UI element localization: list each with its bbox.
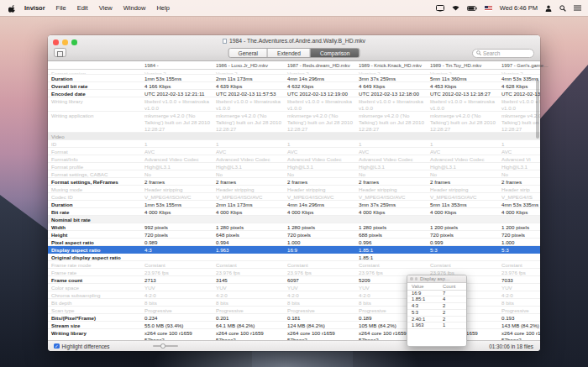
table-row[interactable]: Format settings, ReFrames2 frames2 frame… [48,178,540,186]
popover-row[interactable]: 1.85:14 [407,296,466,303]
table-row[interactable]: Muxing modeHeader strippingHeader stripp… [48,186,540,193]
table-row[interactable]: Codec IDV_MPEG4/ISO/AVCV_MPEG4/ISO/AVCV_… [48,193,540,201]
cell: 720 pixels [284,231,355,238]
search-field[interactable]: Search [472,49,534,58]
cell [141,216,213,223]
tab-general[interactable]: General [229,49,268,57]
table-row[interactable]: Overall bit rate4 166 Kbps4 639 Kbps4 63… [48,82,540,90]
size-slider[interactable] [153,345,178,347]
table-row[interactable]: Encoded dateUTC 2012-02-13 12:21:11UTC 2… [48,90,540,97]
table-row[interactable]: Format settings, CABACNoNoNoNoNoNo [48,170,540,178]
table-row[interactable]: Format/InfoAdvanced Video CodecAdvanced … [48,155,540,163]
tab-extended[interactable]: Extended [268,49,311,57]
table-row[interactable]: Pixel aspect ratio0.9890.9941.0000.9960.… [48,239,540,246]
table-header: 1984 - The.Adventures.of.An…1986 - Luxo.… [48,61,540,70]
column-header-6[interactable]: 1997 - Geri's.game… [498,61,570,69]
cell: High@L3.1 [427,163,498,170]
cell: V_MPEG4/ISO/AVC [427,193,498,200]
cell: UTC 2012-02-13 11:57:53 [213,90,284,97]
cell: x264 core 100 r1659 57baac2 [141,330,213,340]
cell: 4 649 Kbps [355,82,427,89]
cell: 720 pixels [427,231,498,238]
row-label: Writing library [48,98,141,111]
cell: AVC [355,148,427,155]
menu-window[interactable]: Window [123,4,146,12]
apple-menu-icon[interactable] [8,4,16,13]
menu-help[interactable]: Help [156,4,169,12]
column-header-1[interactable]: 1984 - The.Adventures.of.An… [141,61,213,69]
cell: libebml v1.0.0 + li v1.0.0 [498,98,540,111]
table-row[interactable]: Bit rate4 000 Kbps4 000 Kbps4 000 Kbps4 … [48,208,540,216]
row-label: Format settings, ReFrames [48,178,141,185]
cell: 2mn 11s 173ms [213,201,284,207]
tab-comparison[interactable]: Comparison [311,49,360,57]
column-header-3[interactable]: 1987 - Reds.dream_HD.mkv [284,61,355,69]
cell: Advanced Video Codec [213,155,284,162]
vertical-scrollbar-thumb[interactable] [536,80,539,139]
wifi-icon[interactable] [452,5,459,11]
cell: 0.994 [213,239,284,245]
menu-app-name[interactable]: Invisor [24,4,45,12]
menu-edit[interactable]: Edit [77,4,88,12]
table-row[interactable]: FormatAVCAVCAVCAVCAVCAVC [48,148,540,155]
table-row[interactable]: Display aspect ratio4:31.96316:91.85:15:… [48,246,540,254]
search-icon[interactable] [559,5,566,12]
table-row[interactable]: Duration1mn 53s 155ms2mn 11s 173ms4mn 14… [48,75,540,82]
highlight-differences-checkbox[interactable]: ✓ [54,343,60,349]
popover-close-icon[interactable] [410,277,413,280]
us-flag-icon[interactable] [485,6,492,11]
slider-knob[interactable] [160,343,165,349]
popover-row[interactable]: 4:32 [407,303,466,310]
cell: 4 453 Kbps [427,82,498,89]
cell: 1 280 pixels [213,223,284,230]
cell: 124 MB (84.2%) [284,322,355,328]
cell: No [213,170,284,177]
table-row[interactable]: Format profileHigh@L3.1High@L3.1High@L3.… [48,163,540,170]
menu-clock[interactable]: Wed 6:46 PM [500,4,538,12]
popover-row[interactable]: 5:32 [407,310,466,317]
cell: 1.85:1 [355,254,427,260]
popover-row[interactable]: 16:97 [407,291,466,297]
cell: 6097 [284,276,355,283]
table-row[interactable]: Original display aspect ratio1.85:1 [48,254,540,261]
cell: Progressive [213,307,284,313]
row-label: Duration [48,75,141,81]
battery-icon[interactable] [467,6,477,11]
cell: Constant [141,261,213,268]
table-row[interactable]: Writing librarylibebml v1.0.0 + libmatro… [48,97,540,112]
popover-row[interactable]: 1.9631 [407,322,466,329]
table-row[interactable]: Height720 pixels648 pixels720 pixels688 … [48,231,540,239]
sidebar-toggle-button[interactable] [54,48,66,57]
notification-list-icon[interactable] [574,5,581,11]
user-icon[interactable] [545,5,552,12]
row-label: Bit rate [48,208,141,215]
cell: 8 bits [498,299,540,306]
menu-file[interactable]: File [56,4,66,12]
popover-title: Display asp… [420,276,450,281]
cell: No [141,170,213,177]
popover-value: 4:3 [407,303,443,309]
cell [427,254,498,260]
table-row[interactable]: Duration1mn 53s 155ms2mn 11s 173ms4mn 14… [48,201,540,208]
column-header-4[interactable]: 1989 - Knick.Knack_HD.mkv [355,61,427,69]
popover-titlebar[interactable]: Display asp… [407,275,466,283]
table-row[interactable]: Writing applicationmkvmerge v4.2.0 ('No … [48,112,540,133]
cell: 2 frames [284,178,355,185]
table-row[interactable]: Frame rate modeConstantConstantConstantC… [48,261,540,269]
search-placeholder: Search [483,50,500,56]
table-row[interactable]: ID111111 [48,140,540,148]
cell: 5:3 [498,246,540,253]
cell: 0.201 [213,314,284,321]
cell: 5mn 11s 360ms [427,75,498,81]
cell: Constant [284,261,355,268]
row-label: Chroma subsampling [48,291,141,298]
cell: V_MPEG4/ISO/AVC [284,193,355,200]
column-header-2[interactable]: 1986 - Luxo.Jr_HD.mkv [213,61,284,69]
table-row[interactable]: Nominal bit rate [48,216,540,223]
popover-row[interactable]: 2.40:12 [407,317,466,323]
column-header-5[interactable]: 1989 - Tin.Toy_HD.mkv [427,61,498,69]
table-row[interactable]: Width992 pixels1 280 pixels1 280 pixels1… [48,223,540,231]
display-icon[interactable] [436,5,444,12]
table-row[interactable]: Video [48,133,540,140]
menu-view[interactable]: View [99,4,113,12]
